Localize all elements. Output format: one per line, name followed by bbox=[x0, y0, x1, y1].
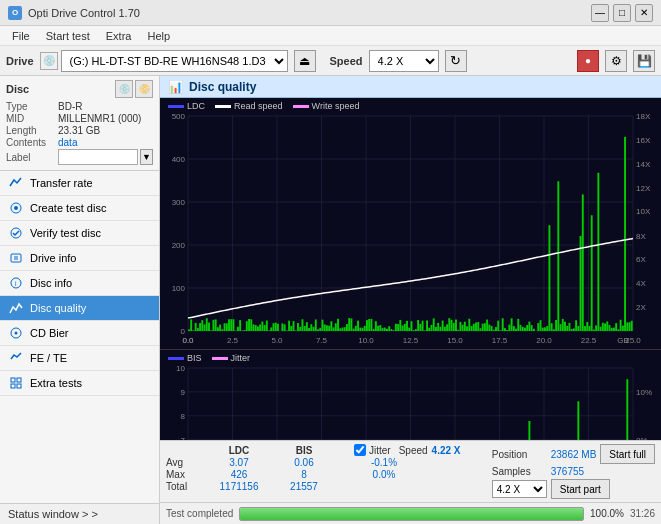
settings-button[interactable]: ⚙ bbox=[605, 50, 627, 72]
sidebar-item-fe-te[interactable]: FE / TE bbox=[0, 346, 159, 371]
svg-rect-12 bbox=[11, 384, 15, 388]
legend-ldc-text: LDC bbox=[187, 101, 205, 111]
avg-label: Avg bbox=[166, 457, 204, 468]
main-layout: Disc 💿 📀 Type BD-R MID MILLENMR1 (000) bbox=[0, 76, 661, 524]
svg-rect-11 bbox=[17, 378, 21, 382]
mid-key: MID bbox=[6, 113, 58, 124]
speed-row: 4.2 X Start part bbox=[492, 479, 655, 499]
position-label: Position bbox=[492, 449, 547, 460]
fe-te-icon bbox=[8, 350, 24, 366]
sidebar-item-drive-info[interactable]: Drive info bbox=[0, 246, 159, 271]
disc-quality-icon bbox=[8, 300, 24, 316]
start-part-button[interactable]: Start part bbox=[551, 479, 610, 499]
bis-col-header: BIS bbox=[274, 445, 334, 456]
disc-icon-2[interactable]: 📀 bbox=[135, 80, 153, 98]
samples-row: Samples 376755 bbox=[492, 466, 655, 477]
close-button[interactable]: ✕ bbox=[635, 4, 653, 22]
refresh-button[interactable]: ↻ bbox=[445, 50, 467, 72]
jitter-col-header: Jitter bbox=[369, 445, 391, 456]
disc-icon-1[interactable]: 💿 bbox=[115, 80, 133, 98]
menu-start-test[interactable]: Start test bbox=[38, 28, 98, 44]
legend-write-speed: Write speed bbox=[293, 101, 360, 111]
maximize-button[interactable]: □ bbox=[613, 4, 631, 22]
status-window-button[interactable]: Status window > > bbox=[0, 503, 159, 524]
avg-ldc: 3.07 bbox=[204, 457, 274, 468]
position-val: 23862 MB bbox=[551, 449, 597, 460]
disc-quality-header: 📊 Disc quality bbox=[160, 76, 661, 98]
save-button[interactable]: 💾 bbox=[633, 50, 655, 72]
stats-speed-select[interactable]: 4.2 X bbox=[492, 480, 547, 498]
progress-bar-fill bbox=[240, 508, 583, 520]
bottom-chart-legend: BIS Jitter bbox=[168, 353, 250, 363]
sidebar-item-disc-info[interactable]: i Disc info bbox=[0, 271, 159, 296]
disc-length-row: Length 23.31 GB bbox=[6, 125, 153, 136]
total-ldc: 1171156 bbox=[204, 481, 274, 492]
sidebar-item-disc-quality[interactable]: Disc quality bbox=[0, 296, 159, 321]
length-key: Length bbox=[6, 125, 58, 136]
bottom-bar: Test completed 100.0% 31:26 bbox=[160, 502, 661, 524]
svg-point-1 bbox=[14, 206, 18, 210]
speed-current-val: 4.22 X bbox=[432, 445, 461, 456]
legend-jitter-text: Jitter bbox=[231, 353, 251, 363]
speed-label: Speed bbox=[330, 55, 363, 67]
svg-rect-13 bbox=[17, 384, 21, 388]
eject-button[interactable]: ⏏ bbox=[294, 50, 316, 72]
sidebar-item-extra-tests[interactable]: Extra tests bbox=[0, 371, 159, 396]
svg-rect-3 bbox=[11, 254, 21, 262]
disc-mid-row: MID MILLENMR1 (000) bbox=[6, 113, 153, 124]
sidebar-item-transfer-rate[interactable]: Transfer rate bbox=[0, 171, 159, 196]
legend-ldc: LDC bbox=[168, 101, 205, 111]
speed-col-header: Speed bbox=[399, 445, 428, 456]
nav-disc-info-label: Disc info bbox=[30, 277, 72, 289]
disc-quality-header-icon: 📊 bbox=[168, 80, 183, 94]
disc-label-input[interactable] bbox=[58, 149, 138, 165]
disc-label-row: Label ▼ bbox=[6, 149, 153, 165]
mid-val: MILLENMR1 (000) bbox=[58, 113, 141, 124]
label-key: Label bbox=[6, 152, 58, 163]
verify-test-disc-icon bbox=[8, 225, 24, 241]
max-ldc: 426 bbox=[204, 469, 274, 480]
disc-button[interactable]: ● bbox=[577, 50, 599, 72]
nav-verify-test-disc-label: Verify test disc bbox=[30, 227, 101, 239]
menu-bar: File Start test Extra Help bbox=[0, 26, 661, 46]
drive-info-icon bbox=[8, 250, 24, 266]
speed-select[interactable]: 4.2 X bbox=[369, 50, 439, 72]
menu-extra[interactable]: Extra bbox=[98, 28, 140, 44]
ldc-chart: LDC Read speed Write speed bbox=[160, 98, 661, 350]
sidebar-item-cd-bier[interactable]: CD Bier bbox=[0, 321, 159, 346]
progress-text: 100.0% bbox=[590, 508, 624, 519]
ldc-col-header: LDC bbox=[204, 445, 274, 456]
jitter-checkbox[interactable] bbox=[354, 444, 366, 456]
nav-items: Transfer rate Create test disc Verify te… bbox=[0, 171, 159, 503]
minimize-button[interactable]: — bbox=[591, 4, 609, 22]
window-controls: — □ ✕ bbox=[591, 4, 653, 22]
avg-jitter: -0.1% bbox=[354, 457, 414, 468]
disc-info-icon: i bbox=[8, 275, 24, 291]
legend-read-speed-text: Read speed bbox=[234, 101, 283, 111]
legend-bis: BIS bbox=[168, 353, 202, 363]
menu-help[interactable]: Help bbox=[139, 28, 178, 44]
disc-section-label: Disc bbox=[6, 83, 29, 95]
menu-file[interactable]: File bbox=[4, 28, 38, 44]
type-val: BD-R bbox=[58, 101, 82, 112]
samples-val: 376755 bbox=[551, 466, 584, 477]
total-bis: 21557 bbox=[274, 481, 334, 492]
start-full-button[interactable]: Start full bbox=[600, 444, 655, 464]
stats-table: LDC BIS Jitter Speed 4.22 X bbox=[166, 444, 484, 499]
sidebar-item-verify-test-disc[interactable]: Verify test disc bbox=[0, 221, 159, 246]
legend-jitter-line bbox=[212, 357, 228, 360]
sidebar-item-create-test-disc[interactable]: Create test disc bbox=[0, 196, 159, 221]
sidebar: Disc 💿 📀 Type BD-R MID MILLENMR1 (000) bbox=[0, 76, 160, 524]
extra-tests-icon bbox=[8, 375, 24, 391]
label-btn[interactable]: ▼ bbox=[140, 149, 153, 165]
total-label: Total bbox=[166, 481, 204, 492]
status-window-label: Status window > > bbox=[8, 508, 98, 520]
disc-quality-title: Disc quality bbox=[189, 80, 256, 94]
drive-select[interactable]: (G:) HL-DT-ST BD-RE WH16NS48 1.D3 bbox=[61, 50, 288, 72]
legend-write-speed-line bbox=[293, 105, 309, 108]
legend-jitter: Jitter bbox=[212, 353, 251, 363]
charts-container: LDC Read speed Write speed bbox=[160, 98, 661, 440]
drive-icon: 💿 bbox=[40, 52, 58, 70]
svg-text:i: i bbox=[15, 280, 17, 287]
app-icon: O bbox=[8, 6, 22, 20]
